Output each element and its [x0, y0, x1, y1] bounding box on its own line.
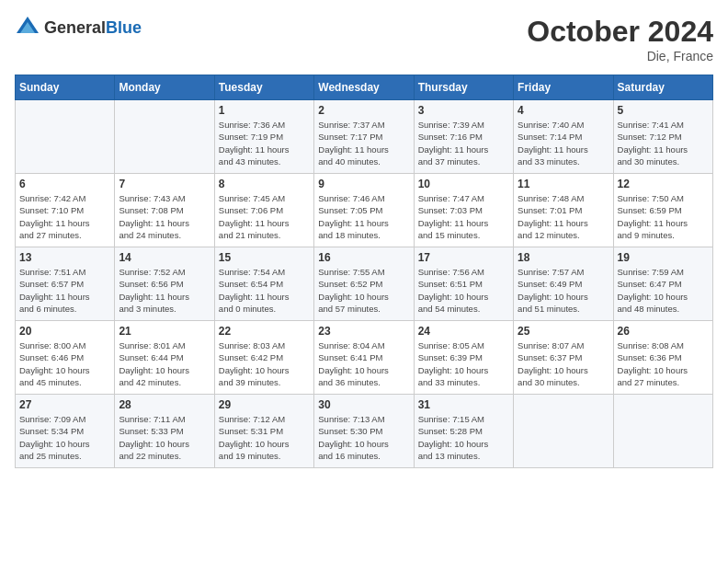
- day-number: 24: [418, 325, 509, 338]
- day-info: Sunrise: 7:13 AMSunset: 5:30 PMDaylight:…: [318, 413, 409, 462]
- day-info: Sunrise: 7:47 AMSunset: 7:03 PMDaylight:…: [418, 192, 509, 241]
- day-number: 1: [219, 104, 310, 117]
- calendar-cell: 1Sunrise: 7:36 AMSunset: 7:19 PMDaylight…: [214, 100, 313, 174]
- day-info: Sunrise: 8:04 AMSunset: 6:41 PMDaylight:…: [318, 339, 409, 388]
- day-info: Sunrise: 7:52 AMSunset: 6:56 PMDaylight:…: [119, 266, 210, 315]
- day-number: 23: [318, 325, 409, 338]
- day-number: 4: [518, 104, 609, 117]
- calendar-cell: 10Sunrise: 7:47 AMSunset: 7:03 PMDayligh…: [414, 174, 513, 247]
- day-info: Sunrise: 7:55 AMSunset: 6:52 PMDaylight:…: [318, 266, 409, 315]
- calendar-cell: 20Sunrise: 8:00 AMSunset: 6:46 PMDayligh…: [16, 321, 115, 395]
- week-row-5: 27Sunrise: 7:09 AMSunset: 5:34 PMDayligh…: [16, 395, 713, 468]
- calendar-cell: 6Sunrise: 7:42 AMSunset: 7:10 PMDaylight…: [16, 174, 115, 247]
- day-number: 13: [19, 251, 110, 264]
- week-row-2: 6Sunrise: 7:42 AMSunset: 7:10 PMDaylight…: [16, 174, 713, 247]
- calendar-cell: 18Sunrise: 7:57 AMSunset: 6:49 PMDayligh…: [514, 247, 613, 321]
- logo-blue: Blue: [106, 18, 142, 37]
- col-saturday: Saturday: [613, 75, 712, 100]
- logo-general: General: [44, 18, 106, 37]
- day-info: Sunrise: 7:11 AMSunset: 5:33 PMDaylight:…: [119, 413, 210, 462]
- day-info: Sunrise: 7:57 AMSunset: 6:49 PMDaylight:…: [518, 266, 609, 315]
- calendar-cell: 12Sunrise: 7:50 AMSunset: 6:59 PMDayligh…: [613, 174, 712, 247]
- day-number: 29: [219, 398, 310, 411]
- calendar-cell: 28Sunrise: 7:11 AMSunset: 5:33 PMDayligh…: [115, 395, 214, 468]
- day-number: 3: [418, 104, 509, 117]
- day-info: Sunrise: 8:07 AMSunset: 6:37 PMDaylight:…: [518, 339, 609, 388]
- day-info: Sunrise: 7:12 AMSunset: 5:31 PMDaylight:…: [219, 413, 310, 462]
- calendar-cell: 24Sunrise: 8:05 AMSunset: 6:39 PMDayligh…: [414, 321, 513, 395]
- calendar-cell: 29Sunrise: 7:12 AMSunset: 5:31 PMDayligh…: [214, 395, 313, 468]
- col-friday: Friday: [514, 75, 613, 100]
- day-info: Sunrise: 7:54 AMSunset: 6:54 PMDaylight:…: [219, 266, 310, 315]
- day-number: 27: [19, 398, 110, 411]
- calendar-cell: 3Sunrise: 7:39 AMSunset: 7:16 PMDaylight…: [414, 100, 513, 174]
- calendar-cell: 13Sunrise: 7:51 AMSunset: 6:57 PMDayligh…: [16, 247, 115, 321]
- day-info: Sunrise: 7:39 AMSunset: 7:16 PMDaylight:…: [418, 119, 509, 167]
- day-number: 14: [119, 251, 210, 264]
- calendar-cell: 11Sunrise: 7:48 AMSunset: 7:01 PMDayligh…: [514, 174, 613, 247]
- calendar-cell: [514, 395, 613, 468]
- day-info: Sunrise: 7:50 AMSunset: 6:59 PMDaylight:…: [618, 192, 709, 241]
- header-row: Sunday Monday Tuesday Wednesday Thursday…: [16, 75, 713, 100]
- day-number: 19: [618, 251, 709, 264]
- calendar-table: Sunday Monday Tuesday Wednesday Thursday…: [15, 75, 713, 468]
- week-row-4: 20Sunrise: 8:00 AMSunset: 6:46 PMDayligh…: [16, 321, 713, 395]
- day-info: Sunrise: 7:45 AMSunset: 7:06 PMDaylight:…: [219, 192, 310, 241]
- day-info: Sunrise: 7:43 AMSunset: 7:08 PMDaylight:…: [119, 192, 210, 241]
- day-number: 6: [19, 178, 110, 190]
- calendar-cell: [613, 395, 712, 468]
- day-info: Sunrise: 7:51 AMSunset: 6:57 PMDaylight:…: [19, 266, 110, 315]
- day-info: Sunrise: 8:08 AMSunset: 6:36 PMDaylight:…: [618, 339, 709, 388]
- logo-icon: [15, 15, 40, 40]
- calendar-cell: 21Sunrise: 8:01 AMSunset: 6:44 PMDayligh…: [115, 321, 214, 395]
- calendar-cell: 31Sunrise: 7:15 AMSunset: 5:28 PMDayligh…: [414, 395, 513, 468]
- day-info: Sunrise: 7:36 AMSunset: 7:19 PMDaylight:…: [219, 119, 310, 167]
- calendar-cell: 8Sunrise: 7:45 AMSunset: 7:06 PMDaylight…: [214, 174, 313, 247]
- day-number: 15: [219, 251, 310, 264]
- calendar-cell: 26Sunrise: 8:08 AMSunset: 6:36 PMDayligh…: [613, 321, 712, 395]
- day-number: 10: [418, 178, 509, 190]
- calendar-cell: 5Sunrise: 7:41 AMSunset: 7:12 PMDaylight…: [613, 100, 712, 174]
- col-tuesday: Tuesday: [214, 75, 313, 100]
- col-sunday: Sunday: [16, 75, 115, 100]
- col-wednesday: Wednesday: [314, 75, 414, 100]
- day-info: Sunrise: 7:59 AMSunset: 6:47 PMDaylight:…: [618, 266, 709, 315]
- calendar-cell: [16, 100, 115, 174]
- logo-text: GeneralBlue: [44, 18, 142, 38]
- calendar-cell: [115, 100, 214, 174]
- day-info: Sunrise: 7:48 AMSunset: 7:01 PMDaylight:…: [518, 192, 609, 241]
- day-number: 17: [418, 251, 509, 264]
- day-number: 16: [318, 251, 409, 264]
- day-number: 26: [618, 325, 709, 338]
- day-info: Sunrise: 8:03 AMSunset: 6:42 PMDaylight:…: [219, 339, 310, 388]
- day-info: Sunrise: 7:15 AMSunset: 5:28 PMDaylight:…: [418, 413, 509, 462]
- calendar-cell: 14Sunrise: 7:52 AMSunset: 6:56 PMDayligh…: [115, 247, 214, 321]
- day-number: 18: [518, 251, 609, 264]
- calendar-cell: 17Sunrise: 7:56 AMSunset: 6:51 PMDayligh…: [414, 247, 513, 321]
- calendar-cell: 7Sunrise: 7:43 AMSunset: 7:08 PMDaylight…: [115, 174, 214, 247]
- day-info: Sunrise: 8:01 AMSunset: 6:44 PMDaylight:…: [119, 339, 210, 388]
- calendar-cell: 16Sunrise: 7:55 AMSunset: 6:52 PMDayligh…: [314, 247, 414, 321]
- day-info: Sunrise: 7:42 AMSunset: 7:10 PMDaylight:…: [19, 192, 110, 241]
- calendar-cell: 4Sunrise: 7:40 AMSunset: 7:14 PMDaylight…: [514, 100, 613, 174]
- day-number: 30: [318, 398, 409, 411]
- logo: GeneralBlue: [15, 15, 142, 40]
- title-block: October 2024 Die, France: [527, 15, 713, 63]
- location: Die, France: [527, 49, 713, 63]
- day-number: 2: [318, 104, 409, 117]
- day-info: Sunrise: 7:46 AMSunset: 7:05 PMDaylight:…: [318, 192, 409, 241]
- day-number: 8: [219, 178, 310, 190]
- calendar-cell: 30Sunrise: 7:13 AMSunset: 5:30 PMDayligh…: [314, 395, 414, 468]
- week-row-1: 1Sunrise: 7:36 AMSunset: 7:19 PMDaylight…: [16, 100, 713, 174]
- day-info: Sunrise: 7:41 AMSunset: 7:12 PMDaylight:…: [618, 119, 709, 167]
- day-number: 31: [418, 398, 509, 411]
- col-monday: Monday: [115, 75, 214, 100]
- day-number: 12: [618, 178, 709, 190]
- calendar-cell: 25Sunrise: 8:07 AMSunset: 6:37 PMDayligh…: [514, 321, 613, 395]
- day-number: 11: [518, 178, 609, 190]
- week-row-3: 13Sunrise: 7:51 AMSunset: 6:57 PMDayligh…: [16, 247, 713, 321]
- day-number: 5: [618, 104, 709, 117]
- day-info: Sunrise: 8:00 AMSunset: 6:46 PMDaylight:…: [19, 339, 110, 388]
- day-info: Sunrise: 7:09 AMSunset: 5:34 PMDaylight:…: [19, 413, 110, 462]
- calendar-cell: 22Sunrise: 8:03 AMSunset: 6:42 PMDayligh…: [214, 321, 313, 395]
